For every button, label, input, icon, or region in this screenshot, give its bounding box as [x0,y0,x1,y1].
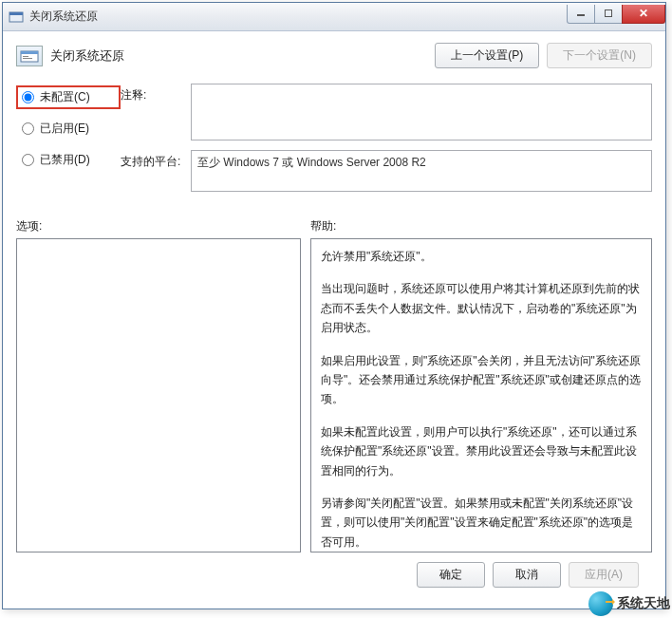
window-buttons: ✕ [568,5,665,26]
cancel-button[interactable]: 取消 [493,562,561,588]
nav-buttons: 上一个设置(P) 下一个设置(N) [435,43,652,68]
globe-icon [588,591,613,616]
dialog-content: 关闭系统还原 上一个设置(P) 下一个设置(N) 未配置(C) 已启用(E) 已… [3,31,665,609]
help-label: 帮助: [310,218,336,234]
maximize-button[interactable] [594,5,623,24]
state-radio-group: 未配置(C) 已启用(E) 已禁用(D) [16,84,121,179]
help-paragraph: 允许禁用"系统还原"。 [321,247,642,266]
supported-platforms-box: 至少 Windows 7 或 Windows Server 2008 R2 [191,150,652,192]
platform-row: 支持的平台: 至少 Windows 7 或 Windows Server 200… [121,150,652,192]
ok-button[interactable]: 确定 [417,562,485,588]
radio-enabled-label: 已启用(E) [40,121,89,137]
titlebar[interactable]: 关闭系统还原 ✕ [3,3,665,31]
svg-rect-3 [21,51,38,54]
window-title: 关闭系统还原 [29,9,568,25]
next-setting-button: 下一个设置(N) [547,43,652,68]
radio-disabled-input[interactable] [22,154,34,166]
options-pane [16,238,301,552]
watermark: 系统天地 [588,591,670,616]
config-row: 未配置(C) 已启用(E) 已禁用(D) 注释: 支持的平台: [16,84,652,201]
policy-icon [16,46,43,66]
watermark-text: 系统天地 [617,595,670,612]
pane-labels: 选项: 帮助: [16,218,652,234]
close-button[interactable]: ✕ [622,5,665,24]
radio-disabled-label: 已禁用(D) [40,152,90,168]
help-paragraph: 当出现问题时，系统还原可以使用户将其计算机还原到先前的状态而不丢失个人数据文件。… [321,279,642,337]
header-row: 关闭系统还原 上一个设置(P) 下一个设置(N) [16,43,652,68]
platform-label: 支持的平台: [121,150,191,170]
help-paragraph: 如果未配置此设置，则用户可以执行"系统还原"，还可以通过系统保护配置"系统还原"… [321,422,642,480]
options-label: 选项: [16,218,310,234]
panes-row: 允许禁用"系统还原"。当出现问题时，系统还原可以使用户将其计算机还原到先前的状态… [16,238,652,552]
dialog-window: 关闭系统还原 ✕ 关闭系统还原 上一个设置(P) 下一个设置(N) 未配置(C) [2,2,666,609]
minimize-button[interactable] [567,5,595,24]
comment-label: 注释: [121,84,191,103]
help-pane[interactable]: 允许禁用"系统还原"。当出现问题时，系统还原可以使用户将其计算机还原到先前的状态… [310,238,652,552]
svg-rect-1 [9,12,23,15]
svg-rect-5 [23,58,32,59]
platform-text: 至少 Windows 7 或 Windows Server 2008 R2 [197,156,426,169]
radio-enabled[interactable]: 已启用(E) [16,117,121,140]
help-paragraph: 如果启用此设置，则"系统还原"会关闭，并且无法访问"系统还原向导"。还会禁用通过… [321,351,642,409]
window-icon [9,9,24,25]
radio-not-configured-label: 未配置(C) [40,89,90,105]
radio-not-configured-input[interactable] [22,91,34,103]
previous-setting-button[interactable]: 上一个设置(P) [435,43,539,68]
comment-row: 注释: [121,84,652,140]
svg-rect-4 [23,56,28,57]
radio-disabled[interactable]: 已禁用(D) [16,148,121,172]
comment-textarea[interactable] [191,84,652,140]
apply-button: 应用(A) [569,562,639,588]
help-paragraph: 另请参阅"关闭配置"设置。如果禁用或未配置"关闭系统还原"设置，则可以使用"关闭… [321,494,642,552]
radio-not-configured[interactable]: 未配置(C) [16,85,121,109]
page-title: 关闭系统还原 [50,47,435,65]
fields-column: 注释: 支持的平台: 至少 Windows 7 或 Windows Server… [121,84,652,201]
dialog-footer: 确定 取消 应用(A) [16,552,652,597]
radio-enabled-input[interactable] [22,122,34,135]
